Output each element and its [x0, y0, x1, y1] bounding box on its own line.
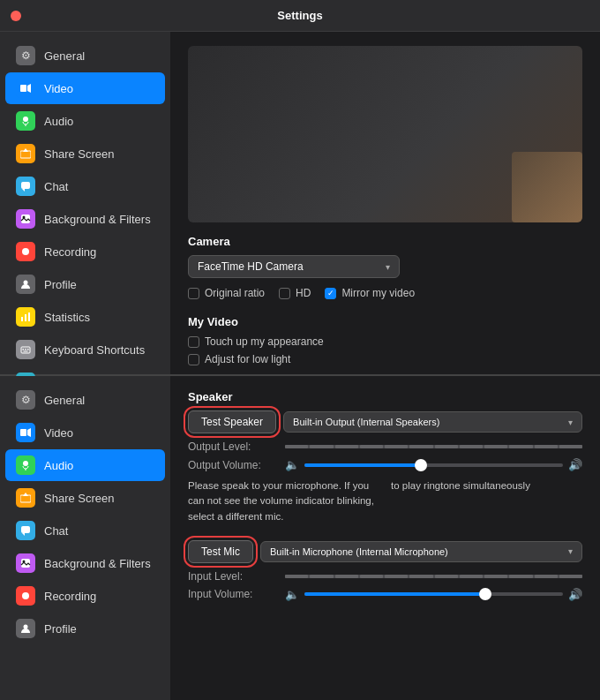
test-mic-button[interactable]: Test Mic — [188, 540, 253, 563]
svg-point-10 — [22, 248, 29, 255]
original-ratio-checkbox[interactable] — [188, 288, 199, 299]
video-preview — [188, 46, 582, 222]
output-volume-fill — [304, 463, 421, 467]
top-sidebar: ⚙ General Video Audio — [0, 32, 170, 374]
sidebar-item-profile[interactable]: Profile — [5, 268, 165, 300]
hd-checkbox[interactable] — [279, 288, 290, 299]
sidebar-item-bgfilters[interactable]: Background & Filters — [5, 203, 165, 235]
input-volume-track[interactable] — [304, 592, 563, 596]
lowlight-checkbox[interactable] — [188, 354, 199, 365]
touchup-checkbox[interactable] — [188, 336, 199, 348]
sidebar-item-general[interactable]: ⚙ General — [5, 40, 165, 72]
camera-dropdown[interactable]: FaceTime HD Camera ▾ — [188, 255, 400, 278]
output-volume-track[interactable] — [304, 463, 563, 467]
seg1 — [285, 445, 308, 448]
iseg1 — [285, 575, 308, 578]
speaker-row: Test Speaker Built-in Output (Internal S… — [188, 410, 582, 433]
sidebar-label-chat: Chat — [44, 180, 68, 193]
speaker-output-label: Built-in Output (Internal Speakers) — [293, 417, 439, 427]
speaker-section-title: Speaker — [188, 390, 582, 403]
mic-description-area: Please speak to your microphone. If you … — [188, 478, 582, 533]
svg-rect-17 — [25, 349, 26, 350]
sidebar-item-keyboard[interactable]: Keyboard Shortcuts — [5, 334, 165, 365]
volume-max-icon: 🔊 — [568, 458, 582, 471]
bottom-panel: ⚙ General Video Audio Share Screen — [0, 376, 600, 700]
input-volume-row: Input Volume: 🔈 🔊 — [188, 588, 582, 601]
main-container: ⚙ General Video Audio — [0, 32, 600, 700]
svg-marker-7 — [22, 189, 25, 192]
window-title: Settings — [277, 9, 322, 22]
seg10 — [509, 445, 532, 448]
chat2-icon — [16, 521, 35, 540]
sidebar-label-recording2: Recording — [44, 590, 96, 603]
seg4 — [360, 445, 383, 448]
iseg2 — [310, 575, 333, 578]
test-speaker-button[interactable]: Test Speaker — [188, 410, 276, 433]
seg3 — [335, 445, 358, 448]
sidebar-label-sharescreen2: Share Screen — [44, 492, 115, 505]
video-icon — [16, 79, 35, 98]
svg-marker-5 — [23, 148, 28, 152]
sidebar-item-sharescreen2[interactable]: Share Screen — [5, 482, 165, 514]
seg5 — [385, 445, 408, 448]
output-level-bar — [285, 445, 582, 448]
sidebar-label-video: Video — [44, 82, 73, 95]
iseg11 — [535, 575, 558, 578]
my-video-title: My Video — [188, 315, 582, 328]
recording2-icon — [16, 586, 35, 606]
sidebar-item-recording[interactable]: Recording — [5, 236, 165, 267]
svg-marker-22 — [27, 428, 31, 437]
output-level-segments — [285, 445, 582, 448]
sidebar-label-video2: Video — [44, 426, 73, 440]
sidebar-item-video[interactable]: Video — [5, 72, 165, 104]
svg-rect-13 — [25, 314, 26, 321]
sidebar-item-general2[interactable]: ⚙ General — [5, 384, 165, 416]
svg-point-32 — [24, 625, 28, 629]
close-button[interactable] — [11, 11, 21, 21]
general-icon: ⚙ — [16, 46, 35, 65]
volume-min-icon: 🔈 — [285, 458, 299, 471]
input-volume-fill — [304, 592, 485, 596]
audio-content-area: Speaker Test Speaker Built-in Output (In… — [170, 376, 600, 700]
camera-select-row: FaceTime HD Camera ▾ — [188, 255, 582, 278]
video-content-area: Camera FaceTime HD Camera ▾ Original rat… — [170, 32, 600, 374]
sidebar-item-audio[interactable]: Audio — [5, 105, 165, 137]
mic-input-dropdown[interactable]: Built-in Microphone (Internal Microphone… — [260, 541, 582, 562]
sidebar-label-profile: Profile — [44, 278, 77, 291]
video-preview-face — [512, 152, 582, 222]
iseg3 — [335, 575, 358, 578]
output-level-label: Output Level: — [188, 440, 285, 453]
sidebar-item-video2[interactable]: Video — [5, 417, 165, 448]
sidebar-item-bgfilters2[interactable]: Background & Filters — [5, 547, 165, 579]
seg2 — [310, 445, 333, 448]
iseg9 — [484, 575, 507, 578]
sidebar-item-recording2[interactable]: Recording — [5, 580, 165, 612]
iseg4 — [360, 575, 383, 578]
seg7 — [435, 445, 458, 448]
svg-rect-6 — [21, 182, 30, 189]
sidebar-label-general2: General — [44, 394, 85, 407]
output-level-row: Output Level: — [188, 440, 582, 453]
mirror-checkbox[interactable] — [325, 288, 336, 299]
touchup-row: Touch up my appearance — [188, 335, 582, 348]
sidebar-item-sharescreen[interactable]: Share Screen — [5, 138, 165, 169]
svg-point-31 — [22, 592, 29, 599]
sidebar-label-statistics: Statistics — [44, 311, 90, 324]
svg-rect-25 — [20, 495, 31, 502]
mirror-row: Mirror my video — [325, 287, 415, 299]
sidebar-item-statistics[interactable]: Statistics — [5, 301, 165, 333]
sidebar-item-chat[interactable]: Chat — [5, 170, 165, 202]
sidebar-item-chat2[interactable]: Chat — [5, 515, 165, 546]
original-ratio-row: Original ratio — [188, 287, 265, 299]
svg-marker-26 — [23, 493, 28, 496]
input-volume-max-icon: 🔊 — [568, 588, 582, 601]
sidebar-item-audio2[interactable]: Audio — [5, 449, 165, 481]
input-level-label: Input Level: — [188, 570, 285, 583]
speaker-output-dropdown[interactable]: Built-in Output (Internal Speakers) ▾ — [283, 411, 582, 433]
svg-point-23 — [23, 461, 28, 466]
svg-marker-28 — [22, 533, 25, 536]
sidebar-item-profile2[interactable]: Profile — [5, 613, 165, 644]
svg-marker-1 — [27, 84, 31, 93]
camera-section-title: Camera — [188, 235, 582, 248]
sharescreen-icon — [16, 144, 35, 163]
